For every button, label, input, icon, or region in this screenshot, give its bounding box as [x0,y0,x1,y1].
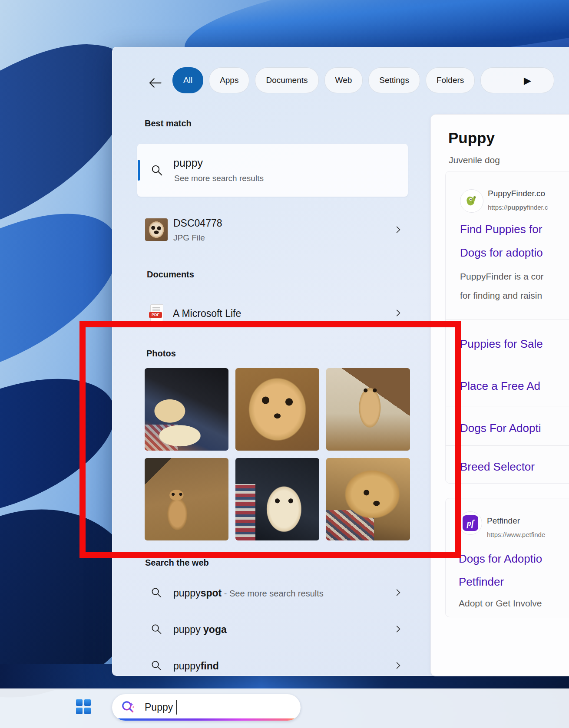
result-link-line[interactable]: Find Puppies for [460,223,542,236]
search-icon [150,164,163,177]
site-link-place-free-ad[interactable]: Place a Free Ad [460,379,540,393]
divider [446,320,569,320]
bing-search-icon [121,700,136,715]
site-name: PuppyFinder.co [488,189,545,198]
tab-partial[interactable] [480,67,554,93]
site-url: https://www.petfinde [487,531,545,538]
best-match-subtitle: See more search results [174,174,264,183]
photo-thumbnail[interactable] [326,368,410,451]
documents-heading: Documents [147,270,194,280]
web-query-prefix: puppy [173,587,201,599]
url-part: https:// [488,204,507,211]
result-link-line[interactable]: Petfinder [459,575,504,589]
url-part-bold: puppy [507,204,527,211]
search-icon [150,623,162,635]
document-title: A Microsoft Life [173,308,241,320]
chevron-right-icon[interactable] [394,588,403,597]
site-name: Petfinder [487,516,520,526]
preview-subtitle: Juvenile dog [449,155,500,165]
web-query-suffix: - See more search results [222,589,324,598]
search-preview-panel: Puppy Juvenile dog PuppyFinder.co https:… [430,114,569,676]
site-link-breed-selector[interactable]: Breed Selector [460,460,535,474]
photo-thumbnail[interactable] [145,368,228,451]
tab-documents[interactable]: Documents [255,67,318,93]
result-link-line[interactable]: Dogs for Adoptio [459,552,542,566]
search-icon [150,586,162,599]
divider [446,364,569,364]
search-filter-tabs: All Apps Documents Web Settings Folders … [112,47,569,95]
petfinder-logo-text: pf [463,515,478,531]
taskbar-search-input[interactable] [145,699,275,715]
web-result-card[interactable]: PuppyFinder.co https://puppyfinder.c Fin… [445,171,569,484]
web-query-prefix: puppy [173,660,201,672]
taskbar: PRE T [0,688,569,728]
petfinder-logo-icon: pf [459,511,482,535]
tab-settings[interactable]: Settings [368,67,420,93]
site-link-puppies-for-sale[interactable]: Puppies for Sale [460,337,543,351]
preview-title: Puppy [448,129,495,147]
pdf-file-icon: PDF [150,304,163,321]
result-link-line[interactable]: Dogs for adoptio [460,246,543,260]
tab-folders[interactable]: Folders [426,67,475,93]
divider [446,406,569,406]
photo-thumbnail[interactable] [235,368,319,451]
puppyfinder-logo-icon [460,189,483,213]
back-arrow-icon[interactable] [147,75,163,91]
tab-web[interactable]: Web [324,67,363,93]
tab-scroll-right-icon[interactable]: ▶ [524,75,531,86]
file-thumbnail [145,218,168,241]
photo-thumbnail[interactable] [145,458,228,540]
start-button-icon[interactable] [76,699,91,714]
search-flyout-window: All Apps Documents Web Settings Folders … [112,47,569,676]
selection-accent-bar [138,160,140,181]
web-query-bold: find [201,660,219,672]
taskbar-search-box[interactable] [112,694,301,721]
chevron-right-icon[interactable] [394,309,403,317]
url-part: finder.c [527,204,548,211]
result-description: Adopt or Get Involve [459,598,542,609]
tab-all[interactable]: All [172,67,203,93]
site-url: https://puppyfinder.c [488,204,548,211]
photos-heading: Photos [146,349,176,359]
web-result-card[interactable]: pf Petfinder https://www.petfinde Dogs f… [445,498,569,617]
photo-thumbnail[interactable] [235,458,319,540]
web-query-bold: yoga [203,624,227,635]
result-description: for finding and raisin [460,290,542,301]
divider [446,445,569,446]
best-match-heading: Best match [145,119,192,128]
pdf-badge: PDF [149,312,162,318]
search-box-gradient-bar [116,718,296,721]
file-title: DSC04778 [173,217,222,229]
result-description: PuppyFinder is a cor [460,271,544,282]
web-query-bold: spot [201,587,222,599]
chevron-right-icon[interactable] [394,225,403,234]
chevron-right-icon[interactable] [394,625,403,633]
text-caret [176,700,177,715]
file-subtitle: JPG File [173,233,205,243]
desktop-screen: All Apps Documents Web Settings Folders … [0,0,569,728]
web-query-prefix: puppy [173,624,203,635]
search-the-web-heading: Search the web [145,558,209,568]
site-link-dogs-for-adoption[interactable]: Dogs For Adopti [460,422,541,435]
best-match-title: puppy [173,157,203,169]
photo-thumbnail[interactable] [326,458,410,540]
best-match-result[interactable]: puppy See more search results [137,144,408,197]
search-icon [150,659,162,672]
tab-apps[interactable]: Apps [209,67,249,93]
chevron-right-icon[interactable] [394,661,403,670]
